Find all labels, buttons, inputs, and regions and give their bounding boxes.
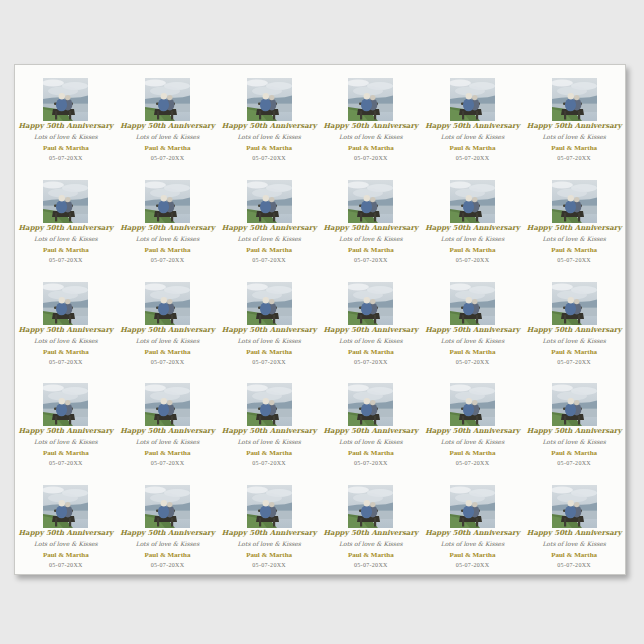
subtitle-text: Lots of love & Kisses: [136, 133, 200, 140]
names-text: Paul & Martha: [551, 551, 597, 559]
names-text: Paul & Martha: [348, 246, 394, 254]
heading-text: Happy 50th Anniversary: [19, 427, 114, 435]
names-text: Paul & Martha: [450, 449, 496, 457]
couple-photo: [450, 180, 495, 223]
couple-photo-illustration: [348, 383, 393, 426]
heading-text: Happy 50th Anniversary: [323, 326, 418, 334]
couple-photo-illustration: [43, 180, 88, 223]
couple-photo: [348, 180, 393, 223]
heading-text: Happy 50th Anniversary: [527, 122, 622, 130]
heading-text: Happy 50th Anniversary: [19, 224, 114, 232]
names-text: Paul & Martha: [145, 246, 191, 254]
date-text: 05-07-20XX: [49, 562, 83, 569]
names-text: Paul & Martha: [246, 144, 292, 152]
date-text: 05-07-20XX: [354, 155, 388, 162]
couple-photo: [552, 383, 597, 426]
heading-text: Happy 50th Anniversary: [425, 224, 520, 232]
couple-photo: [43, 78, 88, 121]
couple-photo: [145, 383, 190, 426]
date-text: 05-07-20XX: [354, 257, 388, 264]
names-text: Paul & Martha: [450, 348, 496, 356]
anniversary-label-cell: Happy 50th Anniversary Lots of love & Ki…: [117, 65, 219, 167]
subtitle-text: Lots of love & Kisses: [237, 337, 301, 344]
couple-photo-illustration: [145, 78, 190, 121]
anniversary-label-cell: Happy 50th Anniversary Lots of love & Ki…: [422, 65, 524, 167]
couple-photo: [552, 78, 597, 121]
date-text: 05-07-20XX: [49, 155, 83, 162]
date-text: 05-07-20XX: [252, 460, 286, 467]
couple-photo: [552, 282, 597, 325]
names-text: Paul & Martha: [450, 144, 496, 152]
couple-photo-illustration: [450, 78, 495, 121]
couple-photo-illustration: [552, 282, 597, 325]
anniversary-label-cell: Happy 50th Anniversary Lots of love & Ki…: [320, 167, 422, 269]
names-text: Paul & Martha: [43, 449, 89, 457]
couple-photo-illustration: [145, 383, 190, 426]
heading-text: Happy 50th Anniversary: [120, 427, 215, 435]
couple-photo: [145, 282, 190, 325]
heading-text: Happy 50th Anniversary: [222, 326, 317, 334]
date-text: 05-07-20XX: [49, 257, 83, 264]
couple-photo: [552, 180, 597, 223]
heading-text: Happy 50th Anniversary: [120, 529, 215, 537]
subtitle-text: Lots of love & Kisses: [441, 540, 505, 547]
anniversary-label-cell: Happy 50th Anniversary Lots of love & Ki…: [422, 167, 524, 269]
couple-photo-illustration: [43, 383, 88, 426]
subtitle-text: Lots of love & Kisses: [339, 337, 403, 344]
names-text: Paul & Martha: [145, 348, 191, 356]
date-text: 05-07-20XX: [456, 257, 490, 264]
anniversary-label-cell: Happy 50th Anniversary Lots of love & Ki…: [218, 269, 320, 371]
couple-photo-illustration: [450, 180, 495, 223]
names-text: Paul & Martha: [145, 144, 191, 152]
date-text: 05-07-20XX: [557, 359, 591, 366]
date-text: 05-07-20XX: [49, 460, 83, 467]
names-text: Paul & Martha: [450, 246, 496, 254]
couple-photo: [145, 180, 190, 223]
couple-photo-illustration: [247, 78, 292, 121]
couple-photo: [43, 485, 88, 528]
subtitle-text: Lots of love & Kisses: [34, 337, 98, 344]
heading-text: Happy 50th Anniversary: [222, 427, 317, 435]
names-text: Paul & Martha: [551, 144, 597, 152]
anniversary-label-cell: Happy 50th Anniversary Lots of love & Ki…: [15, 167, 117, 269]
names-text: Paul & Martha: [246, 246, 292, 254]
heading-text: Happy 50th Anniversary: [120, 122, 215, 130]
couple-photo-illustration: [552, 485, 597, 528]
anniversary-label-cell: Happy 50th Anniversary Lots of love & Ki…: [523, 370, 625, 472]
subtitle-text: Lots of love & Kisses: [542, 540, 606, 547]
heading-text: Happy 50th Anniversary: [527, 529, 622, 537]
anniversary-label-cell: Happy 50th Anniversary Lots of love & Ki…: [117, 472, 219, 574]
anniversary-label-cell: Happy 50th Anniversary Lots of love & Ki…: [15, 269, 117, 371]
date-text: 05-07-20XX: [252, 257, 286, 264]
anniversary-label-cell: Happy 50th Anniversary Lots of love & Ki…: [523, 167, 625, 269]
subtitle-text: Lots of love & Kisses: [34, 540, 98, 547]
couple-photo-illustration: [145, 180, 190, 223]
subtitle-text: Lots of love & Kisses: [339, 133, 403, 140]
heading-text: Happy 50th Anniversary: [425, 427, 520, 435]
couple-photo-illustration: [247, 282, 292, 325]
couple-photo: [348, 78, 393, 121]
couple-photo-illustration: [348, 78, 393, 121]
couple-photo: [247, 282, 292, 325]
heading-text: Happy 50th Anniversary: [222, 122, 317, 130]
couple-photo: [450, 485, 495, 528]
anniversary-label-cell: Happy 50th Anniversary Lots of love & Ki…: [15, 65, 117, 167]
subtitle-text: Lots of love & Kisses: [542, 133, 606, 140]
anniversary-label-cell: Happy 50th Anniversary Lots of love & Ki…: [15, 472, 117, 574]
subtitle-text: Lots of love & Kisses: [237, 133, 301, 140]
date-text: 05-07-20XX: [557, 460, 591, 467]
date-text: 05-07-20XX: [456, 460, 490, 467]
date-text: 05-07-20XX: [252, 562, 286, 569]
names-text: Paul & Martha: [348, 348, 394, 356]
couple-photo-illustration: [450, 383, 495, 426]
couple-photo: [247, 485, 292, 528]
anniversary-label-cell: Happy 50th Anniversary Lots of love & Ki…: [422, 269, 524, 371]
date-text: 05-07-20XX: [252, 155, 286, 162]
couple-photo: [247, 78, 292, 121]
heading-text: Happy 50th Anniversary: [425, 326, 520, 334]
couple-photo-illustration: [348, 282, 393, 325]
anniversary-label-cell: Happy 50th Anniversary Lots of love & Ki…: [523, 472, 625, 574]
couple-photo-illustration: [43, 282, 88, 325]
anniversary-label-cell: Happy 50th Anniversary Lots of love & Ki…: [117, 269, 219, 371]
heading-text: Happy 50th Anniversary: [323, 122, 418, 130]
